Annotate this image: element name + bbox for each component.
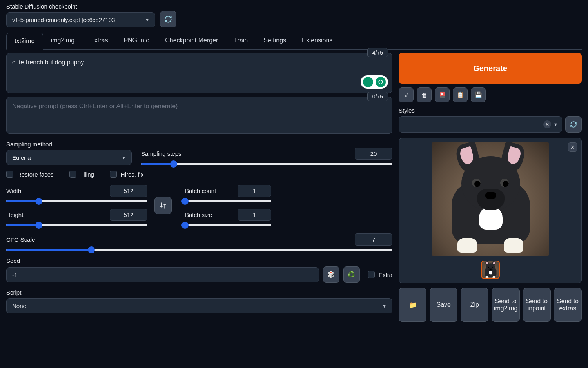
prompt-tools xyxy=(361,75,388,89)
chevron-down-icon: ▼ xyxy=(122,155,126,160)
styles-dropdown[interactable]: ✕ ▼ xyxy=(399,116,562,133)
tab-extras[interactable]: Extras xyxy=(82,32,116,49)
save-style-button[interactable]: 💾 xyxy=(471,87,486,102)
batch-count-label: Batch count xyxy=(185,188,216,194)
seed-label: Seed xyxy=(6,257,392,264)
cfg-label: CFG Scale xyxy=(6,236,35,243)
extra-seed-checkbox[interactable]: Extra xyxy=(368,271,392,278)
open-folder-button[interactable]: 📁 xyxy=(399,288,426,322)
height-label: Height xyxy=(6,211,23,218)
script-dropdown[interactable]: None ▼ xyxy=(6,298,392,313)
random-seed-button[interactable]: 🎲 xyxy=(323,266,339,283)
chevron-down-icon: ▼ xyxy=(554,122,558,127)
cycle-icon xyxy=(378,79,383,85)
chevron-down-icon: ▼ xyxy=(382,304,387,308)
cfg-slider[interactable] xyxy=(6,249,392,251)
arrow-down-left-icon: ↙ xyxy=(404,91,409,98)
close-icon: ✕ xyxy=(570,144,575,150)
zip-button[interactable]: Zip xyxy=(461,288,488,322)
send-to-extras-button[interactable]: Send to extras xyxy=(554,288,582,322)
clipboard-icon: 📋 xyxy=(457,91,464,98)
cfg-value[interactable]: 7 xyxy=(355,233,392,246)
script-value: None xyxy=(12,302,26,309)
tab-pnginfo[interactable]: PNG Info xyxy=(116,32,157,49)
dice-icon: 🎲 xyxy=(327,271,335,278)
clear-prompt-button[interactable]: 🗑 xyxy=(417,87,432,102)
tiling-checkbox[interactable]: Tiling xyxy=(69,171,94,178)
refresh-icon xyxy=(570,121,577,128)
hires-fix-label: Hires. fix xyxy=(121,171,143,178)
restore-faces-checkbox[interactable]: Restore faces xyxy=(6,171,54,178)
height-value[interactable]: 512 xyxy=(110,209,147,221)
main-tabs: txt2img img2img Extras PNG Info Checkpoi… xyxy=(6,32,582,50)
batch-size-label: Batch size xyxy=(185,211,212,218)
tab-txt2img[interactable]: txt2img xyxy=(6,33,43,50)
sampling-steps-slider[interactable] xyxy=(141,163,392,165)
generated-image[interactable] xyxy=(432,142,549,256)
width-value[interactable]: 512 xyxy=(110,185,147,197)
batch-size-value[interactable]: 1 xyxy=(238,209,271,221)
reload-checkpoint-button[interactable] xyxy=(160,11,176,27)
checkpoint-value: v1-5-pruned-emaonly.ckpt [cc6cb27103] xyxy=(12,16,117,23)
paste-button[interactable]: 📋 xyxy=(453,87,468,102)
restore-faces-label: Restore faces xyxy=(17,171,54,178)
negative-prompt-input[interactable] xyxy=(7,97,392,133)
tab-settings[interactable]: Settings xyxy=(256,32,294,49)
styles-label: Styles xyxy=(399,107,562,114)
tab-checkpoint-merger[interactable]: Checkpoint Merger xyxy=(157,32,226,49)
thumbnail[interactable] xyxy=(481,261,500,279)
plus-down-icon xyxy=(365,79,371,85)
neg-prompt-token-count: 0/75 xyxy=(367,92,388,101)
extra-seed-label: Extra xyxy=(379,271,392,278)
sampling-method-value: Euler a xyxy=(12,154,31,161)
clear-styles-button[interactable]: ✕ xyxy=(543,120,551,128)
close-preview-button[interactable]: ✕ xyxy=(568,142,577,152)
swap-dimensions-button[interactable] xyxy=(154,197,172,214)
send-to-img2img-button[interactable]: Send to img2img xyxy=(492,288,519,322)
send-params-button[interactable]: ↙ xyxy=(399,87,414,102)
refresh-icon xyxy=(164,15,172,23)
folder-icon: 📁 xyxy=(409,301,417,309)
sampling-steps-value[interactable]: 20 xyxy=(355,148,392,160)
swap-icon xyxy=(159,202,167,210)
batch-count-value[interactable]: 1 xyxy=(238,185,271,197)
close-icon: ✕ xyxy=(545,122,549,127)
refresh-styles-button[interactable] xyxy=(565,116,582,133)
recycle-icon: ♻️ xyxy=(348,271,355,278)
generate-button[interactable]: Generate xyxy=(399,53,582,84)
prompt-input[interactable] xyxy=(7,53,392,92)
reuse-seed-button[interactable]: ♻️ xyxy=(343,266,360,283)
tab-train[interactable]: Train xyxy=(226,32,256,49)
apply-style-button[interactable] xyxy=(376,77,386,87)
save-button[interactable]: Save xyxy=(430,288,457,322)
width-label: Width xyxy=(6,188,21,194)
sampling-steps-label: Sampling steps xyxy=(141,150,181,157)
prompt-token-count: 4/75 xyxy=(367,48,388,57)
output-image-area: ✕ xyxy=(399,138,582,283)
hires-fix-checkbox[interactable]: Hires. fix xyxy=(110,171,143,178)
card-stack-icon: 🎴 xyxy=(439,91,446,98)
tab-img2img[interactable]: img2img xyxy=(43,32,82,49)
sampling-method-label: Sampling method xyxy=(6,141,132,148)
checkpoint-dropdown[interactable]: v1-5-pruned-emaonly.ckpt [cc6cb27103] ▼ xyxy=(6,12,155,27)
chevron-down-icon: ▼ xyxy=(145,18,149,22)
save-icon: 💾 xyxy=(475,91,482,98)
add-style-button[interactable] xyxy=(363,77,373,87)
show-extra-networks-button[interactable]: 🎴 xyxy=(435,87,450,102)
send-to-inpaint-button[interactable]: Send to inpaint xyxy=(523,288,551,322)
seed-input[interactable] xyxy=(6,267,319,282)
script-label: Script xyxy=(6,289,392,296)
batch-size-slider[interactable] xyxy=(185,224,271,226)
tab-extensions[interactable]: Extensions xyxy=(294,32,340,49)
checkpoint-label: Stable Diffusion checkpoint xyxy=(6,3,155,10)
height-slider[interactable] xyxy=(6,224,147,226)
tiling-label: Tiling xyxy=(80,171,94,178)
batch-count-slider[interactable] xyxy=(185,200,271,202)
trash-icon: 🗑 xyxy=(421,92,427,98)
width-slider[interactable] xyxy=(6,200,147,202)
sampling-method-dropdown[interactable]: Euler a ▼ xyxy=(6,150,132,165)
